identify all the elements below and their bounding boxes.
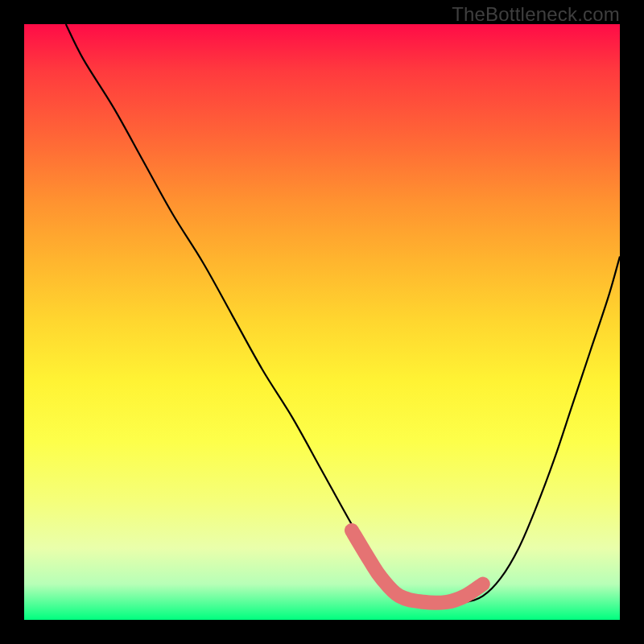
optimal-range-marker bbox=[24, 24, 620, 620]
chart-plot-area bbox=[24, 24, 620, 620]
watermark-text: TheBottleneck.com bbox=[452, 3, 620, 26]
